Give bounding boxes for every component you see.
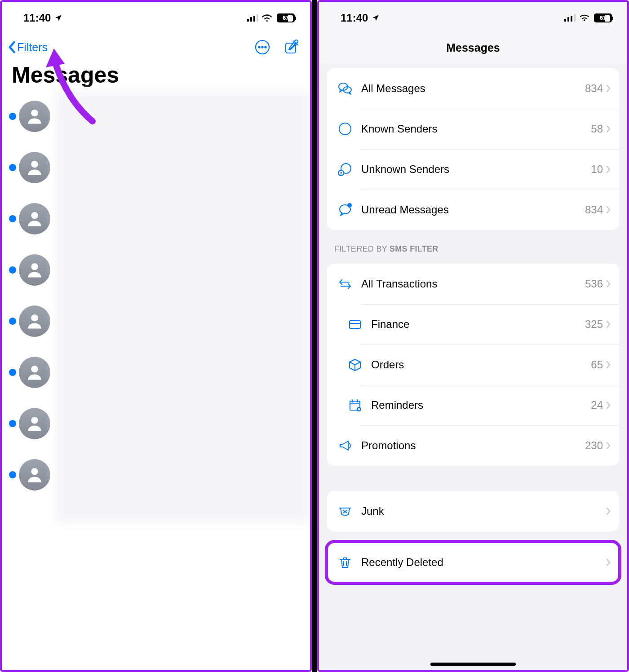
blurred-content: [55, 91, 310, 523]
svg-rect-1: [250, 17, 252, 22]
filter-label: All Messages: [361, 82, 585, 95]
avatar-icon: [19, 152, 50, 183]
svg-rect-3: [257, 14, 258, 22]
status-bar: 11:40 67 67: [319, 2, 627, 34]
unread-dot-icon: [9, 471, 16, 478]
avatar-icon: [19, 254, 50, 286]
chevron-right-icon: [606, 360, 611, 369]
compose-icon[interactable]: [284, 40, 299, 55]
filters-group-2: All Transactions 536 Finance 325 Orders …: [327, 264, 619, 466]
box-icon: [345, 357, 365, 372]
filter-all-messages[interactable]: All Messages 834: [327, 68, 619, 109]
status-time: 11:40: [23, 12, 51, 24]
svg-point-15: [31, 417, 38, 424]
filter-label: Reminders: [371, 399, 591, 411]
filter-reminders[interactable]: Reminders 24: [327, 385, 619, 425]
chevron-right-icon: [606, 507, 611, 516]
unread-dot-icon: [9, 113, 16, 120]
chevron-right-icon: [606, 558, 611, 567]
person-question-icon: ?: [335, 162, 355, 177]
svg-point-7: [265, 46, 266, 48]
unread-dot-icon: [9, 215, 16, 222]
svg-text:?: ?: [340, 171, 342, 176]
svg-rect-2: [253, 16, 255, 22]
cellular-icon: [247, 14, 259, 22]
wifi-icon: [580, 14, 590, 22]
filter-label: Recently Deleted: [361, 556, 606, 569]
filter-label: Known Senders: [361, 123, 591, 135]
battery-icon: 67 67: [594, 13, 612, 22]
section-header: FILTERED BY SMS FILTER: [319, 230, 627, 259]
chevron-right-icon: [606, 124, 611, 133]
svg-point-6: [261, 46, 263, 48]
bubble-dot-icon: [335, 202, 355, 217]
header-title: Messages: [319, 34, 627, 64]
svg-rect-17: [564, 19, 566, 22]
unread-dot-icon: [9, 369, 16, 376]
filters-group-1: All Messages 834 Known Senders 58 ? Unkn…: [327, 68, 619, 230]
chevron-right-icon: [606, 441, 611, 450]
status-indicators: 67 67: [564, 13, 612, 22]
svg-point-38: [358, 408, 360, 411]
more-icon[interactable]: [254, 39, 270, 55]
filter-count: 58: [591, 123, 603, 135]
avatar-icon: [19, 101, 50, 132]
status-time: 11:40: [341, 12, 368, 24]
filter-count: 325: [585, 318, 603, 331]
svg-point-24: [343, 125, 347, 129]
megaphone-icon: [335, 438, 355, 453]
filter-all-transactions[interactable]: All Transactions 536: [327, 264, 619, 304]
svg-point-5: [258, 46, 260, 48]
avatar-icon: [19, 305, 50, 337]
svg-point-26: [345, 166, 347, 168]
page-title: Messages: [2, 60, 310, 91]
bubbles-icon: [335, 81, 355, 96]
filter-orders[interactable]: Orders 65: [327, 345, 619, 385]
cellular-icon: [564, 14, 576, 22]
status-bar: 11:40 67 67: [2, 2, 310, 34]
junk-icon: [335, 504, 355, 519]
unread-dot-icon: [9, 318, 16, 325]
trash-icon: [335, 555, 355, 570]
svg-point-30: [347, 203, 352, 208]
phone-left: 11:40 67 67 Filters: [0, 0, 312, 672]
nav-bar: Filters: [2, 34, 310, 60]
svg-rect-0: [247, 19, 249, 22]
avatar-icon: [19, 357, 50, 388]
filter-finance[interactable]: Finance 325: [327, 304, 619, 345]
chevron-right-icon: [606, 165, 611, 174]
filter-count: 536: [585, 278, 603, 290]
chevron-right-icon: [606, 320, 611, 329]
svg-point-11: [31, 212, 38, 219]
filter-promotions[interactable]: Promotions 230: [327, 425, 619, 466]
filter-label: Finance: [371, 318, 585, 331]
svg-point-14: [31, 366, 38, 372]
filter-known-senders[interactable]: Known Senders 58: [327, 109, 619, 149]
divider: [312, 0, 317, 672]
svg-point-16: [31, 468, 38, 475]
calendar-icon: [345, 398, 365, 413]
back-label: Filters: [17, 41, 48, 54]
filters-group-3: Junk: [327, 491, 619, 531]
card-icon: [345, 317, 365, 332]
svg-point-12: [31, 263, 38, 270]
avatar-icon: [19, 203, 50, 234]
chevron-right-icon: [606, 205, 611, 214]
filter-count: 65: [591, 358, 603, 371]
svg-rect-18: [567, 17, 569, 22]
status-indicators: 67 67: [247, 13, 295, 22]
filter-junk[interactable]: Junk: [327, 491, 619, 531]
svg-rect-19: [571, 16, 572, 22]
filter-count: 10: [591, 163, 603, 176]
filter-label: Promotions: [361, 439, 585, 452]
filter-recently-deleted[interactable]: Recently Deleted: [327, 542, 619, 583]
svg-point-13: [31, 314, 38, 321]
conversation-list[interactable]: [2, 91, 310, 500]
filter-count: 834: [585, 82, 603, 95]
svg-rect-31: [350, 321, 360, 328]
filter-count: 24: [591, 399, 603, 411]
filter-unread-messages[interactable]: Unread Messages 834: [327, 190, 619, 230]
home-indicator[interactable]: [430, 663, 516, 666]
back-button[interactable]: Filters: [7, 41, 48, 54]
filter-unknown-senders[interactable]: ? Unknown Senders 10: [327, 149, 619, 190]
